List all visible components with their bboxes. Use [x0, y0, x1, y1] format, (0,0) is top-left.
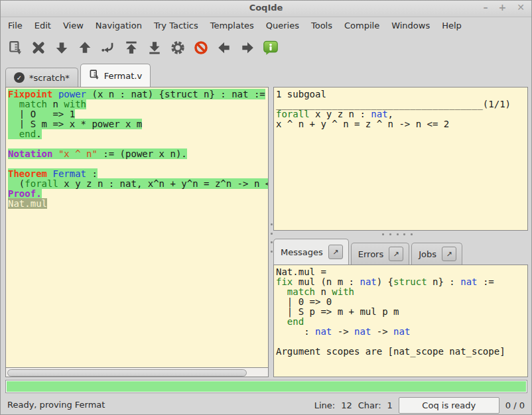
menu-tools[interactable]: Tools — [305, 17, 338, 34]
detach-errors-button[interactable]: ↗ — [389, 247, 403, 261]
goal-pane[interactable]: 1 subgoal_______________________________… — [273, 87, 528, 231]
buffer-tabstrip: ✓ *scratch* Fermat.v — [5, 64, 151, 87]
horizontal-pane-splitter[interactable] — [382, 233, 413, 236]
menu-compile[interactable]: Compile — [338, 17, 385, 34]
menu-windows[interactable]: Windows — [385, 17, 436, 34]
char-value: 1 — [387, 400, 393, 410]
coqide-window: CoqIde – + ✕ File Edit View Navigation T… — [0, 0, 532, 415]
detach-messages-button[interactable]: ↗ — [328, 245, 343, 259]
menu-templates[interactable]: Templates — [204, 17, 260, 34]
menu-try-tactics[interactable]: Try Tactics — [148, 17, 204, 34]
arrow-down-to-bottom-icon — [147, 40, 162, 55]
back-button[interactable] — [212, 36, 235, 59]
minimize-button[interactable]: – — [484, 2, 488, 13]
menu-queries[interactable]: Queries — [260, 17, 305, 34]
line-value: 12 — [341, 400, 352, 410]
menu-navigation[interactable]: Navigation — [90, 17, 148, 34]
messages-tabstrip: Messages ↗ Errors ↗ Jobs ↗ — [273, 239, 528, 265]
detach-arrow-icon: ↗ — [332, 248, 338, 257]
stop-button[interactable] — [27, 36, 50, 59]
arrow-right-icon — [240, 40, 255, 55]
run-to-end-button[interactable] — [143, 36, 166, 59]
scrollbar-thumb[interactable] — [7, 369, 247, 377]
about-button[interactable] — [259, 36, 282, 59]
arrow-left-icon — [217, 40, 232, 55]
toolbar — [3, 34, 530, 62]
tab-fermat[interactable]: Fermat.v — [80, 64, 151, 87]
prohibition-icon — [194, 40, 208, 55]
progress-bar — [5, 380, 527, 393]
tab-scratch[interactable]: ✓ *scratch* — [5, 68, 78, 87]
save-button[interactable] — [3, 36, 27, 59]
tab-scratch-label: *scratch* — [29, 73, 70, 83]
messages-pane[interactable]: Nat.mul =fix mul (n m : nat) {struct n} … — [273, 265, 528, 377]
forward-one-button[interactable] — [50, 36, 73, 59]
backward-one-button[interactable] — [73, 36, 96, 59]
editor-horizontal-scrollbar[interactable] — [5, 367, 269, 377]
status-message: Ready, proving Fermat — [7, 400, 105, 410]
go-to-cursor-icon — [101, 40, 115, 55]
status-bar: Ready, proving Fermat Line: 12 Char: 1 C… — [1, 394, 531, 415]
line-label: Line: — [314, 400, 335, 410]
menu-file[interactable]: File — [2, 17, 29, 34]
maximize-button[interactable]: + — [499, 2, 507, 13]
goal-view: 1 subgoal_______________________________… — [274, 88, 527, 131]
tab-jobs[interactable]: Jobs ↗ — [411, 243, 462, 265]
arrow-down-icon — [54, 40, 69, 55]
window-title: CoqIde — [1, 3, 531, 13]
gear-icon — [170, 40, 185, 55]
detach-arrow-icon: ↗ — [446, 250, 452, 259]
arrow-up-icon — [78, 40, 92, 55]
script-editor[interactable]: Fixpoint power (x n : nat) {struct n} : … — [6, 88, 268, 211]
tab-messages[interactable]: Messages ↗ — [273, 239, 349, 265]
detach-arrow-icon: ↗ — [393, 250, 399, 259]
run-to-start-button[interactable] — [119, 36, 143, 59]
tab-errors[interactable]: Errors ↗ — [351, 243, 409, 265]
close-button[interactable]: ✕ — [517, 2, 525, 13]
info-bubble-icon — [263, 40, 279, 56]
tab-messages-label: Messages — [281, 247, 323, 257]
menu-bar: File Edit View Navigation Try Tactics Te… — [2, 17, 530, 34]
tab-errors-label: Errors — [358, 249, 383, 259]
close-x-icon — [31, 40, 46, 55]
settings-button[interactable] — [166, 36, 189, 59]
arrow-up-to-top-icon — [124, 40, 139, 55]
job-counter: 0 / 0 — [505, 400, 525, 410]
script-editor-pane[interactable]: Fixpoint power (x n : nat) {struct n} : … — [5, 87, 269, 377]
check-circle-icon: ✓ — [14, 72, 25, 83]
coq-state-indicator: Coq is ready — [399, 397, 499, 414]
tab-fermat-label: Fermat.v — [104, 71, 142, 81]
tab-jobs-label: Jobs — [419, 249, 436, 259]
messages-view: Nat.mul =fix mul (n m : nat) {struct n} … — [274, 265, 527, 359]
file-save-icon — [89, 69, 100, 82]
char-label: Char: — [358, 400, 381, 410]
go-to-cursor-button[interactable] — [96, 36, 119, 59]
menu-view[interactable]: View — [57, 17, 90, 34]
detach-jobs-button[interactable]: ↗ — [442, 247, 456, 261]
save-file-icon — [8, 40, 23, 55]
menu-help[interactable]: Help — [436, 17, 468, 34]
menu-edit[interactable]: Edit — [29, 17, 57, 34]
interrupt-button[interactable] — [189, 36, 212, 59]
forward-button[interactable] — [235, 36, 259, 59]
title-bar: CoqIde – + ✕ — [1, 1, 531, 17]
